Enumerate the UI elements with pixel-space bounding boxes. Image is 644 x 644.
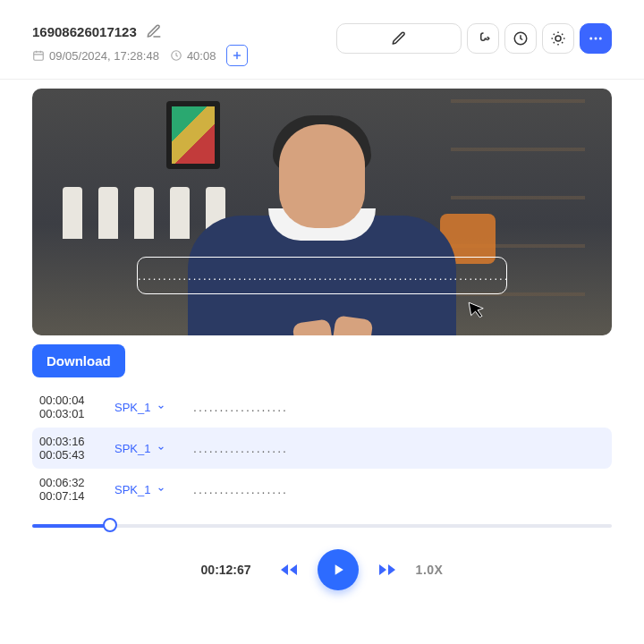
playback-speed[interactable]: 1.0X bbox=[416, 563, 444, 577]
current-time: 00:12:67 bbox=[201, 563, 251, 577]
speaker-label: SPK_1 bbox=[114, 401, 150, 414]
forward-button[interactable] bbox=[375, 557, 400, 582]
edit-button[interactable] bbox=[336, 23, 462, 54]
add-button[interactable] bbox=[226, 45, 248, 66]
more-button[interactable] bbox=[580, 23, 612, 54]
duration-meta: 40:08 bbox=[170, 49, 216, 63]
transcript-segment[interactable]: 00:06:3200:07:14SPK_1.................. bbox=[32, 469, 612, 510]
transcript-list: 00:00:0400:03:01SPK_1..................0… bbox=[32, 386, 612, 510]
transcript-segment[interactable]: 00:03:1600:05:43SPK_1.................. bbox=[32, 428, 612, 469]
recording-title: 16908626017123 bbox=[32, 24, 137, 39]
progress-track bbox=[32, 524, 612, 528]
segment-text: .................. bbox=[193, 482, 288, 496]
history-button[interactable] bbox=[504, 23, 537, 54]
progress-fill bbox=[32, 524, 110, 528]
segment-times: 00:06:3200:07:14 bbox=[39, 476, 98, 503]
segment-end: 00:05:43 bbox=[39, 448, 98, 462]
calendar-icon bbox=[32, 49, 45, 62]
background-stools bbox=[63, 187, 225, 239]
rewind-button[interactable] bbox=[276, 557, 301, 582]
video-subject bbox=[206, 115, 438, 335]
segment-end: 00:07:14 bbox=[39, 489, 98, 503]
segment-text: .................. bbox=[193, 441, 288, 455]
svg-point-3 bbox=[555, 36, 561, 41]
svg-rect-0 bbox=[34, 52, 44, 60]
edit-title-icon[interactable] bbox=[146, 23, 162, 39]
theme-button[interactable] bbox=[542, 23, 574, 54]
segment-times: 00:03:1600:05:43 bbox=[39, 435, 98, 462]
svg-point-4 bbox=[589, 38, 592, 40]
caption-text: ........................................… bbox=[138, 269, 506, 283]
segment-text: .................. bbox=[193, 400, 288, 414]
speaker-label: SPK_1 bbox=[114, 483, 150, 496]
segment-speaker[interactable]: SPK_1 bbox=[114, 401, 177, 414]
play-button[interactable] bbox=[318, 549, 359, 590]
caption-overlay: ........................................… bbox=[137, 257, 507, 294]
segment-start: 00:03:16 bbox=[39, 435, 98, 448]
date-meta: 09/05/2024, 17:28:48 bbox=[32, 49, 159, 63]
download-button[interactable]: Download bbox=[32, 344, 125, 377]
svg-point-5 bbox=[595, 38, 597, 40]
chevron-down-icon bbox=[157, 485, 166, 494]
segment-start: 00:00:04 bbox=[39, 394, 98, 407]
date-text: 09/05/2024, 17:28:48 bbox=[49, 49, 159, 63]
transcript-segment[interactable]: 00:00:0400:03:01SPK_1.................. bbox=[32, 386, 612, 428]
segment-end: 00:03:01 bbox=[39, 407, 98, 420]
duration-text: 40:08 bbox=[187, 49, 216, 63]
video-player[interactable]: ........................................… bbox=[32, 89, 612, 335]
cursor-icon bbox=[465, 298, 487, 320]
segment-start: 00:06:32 bbox=[39, 476, 98, 489]
chevron-down-icon bbox=[157, 444, 166, 453]
progress-thumb[interactable] bbox=[103, 518, 117, 532]
segment-speaker[interactable]: SPK_1 bbox=[114, 442, 177, 455]
segment-speaker[interactable]: SPK_1 bbox=[114, 483, 177, 496]
clock-icon bbox=[170, 49, 182, 62]
progress-bar[interactable] bbox=[32, 517, 612, 533]
chevron-down-icon bbox=[157, 402, 166, 411]
segment-times: 00:00:0400:03:01 bbox=[39, 394, 98, 420]
speaker-label: SPK_1 bbox=[114, 442, 150, 455]
voice-button[interactable] bbox=[467, 23, 499, 54]
svg-point-6 bbox=[599, 38, 602, 40]
